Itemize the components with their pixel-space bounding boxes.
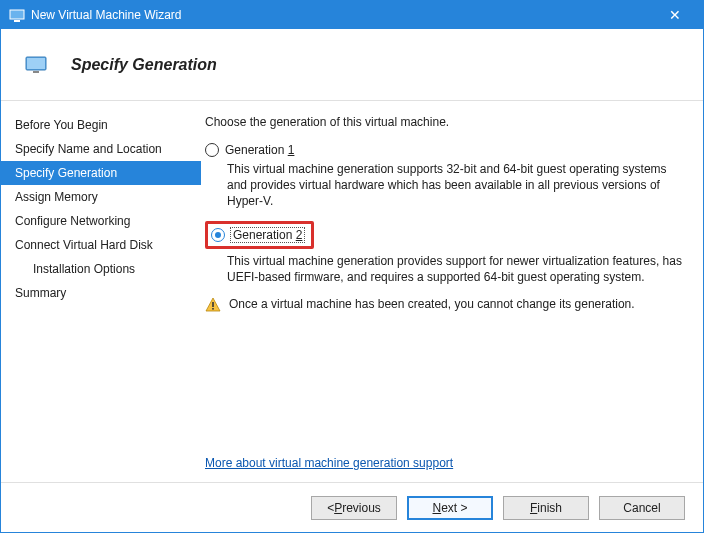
- next-button[interactable]: Next >: [407, 496, 493, 520]
- close-icon[interactable]: ✕: [655, 7, 695, 23]
- radio-generation-2[interactable]: Generation 2: [205, 221, 314, 249]
- content-pane: Choose the generation of this virtual ma…: [201, 101, 703, 482]
- sidebar-item-installation-options[interactable]: Installation Options: [1, 257, 201, 281]
- radio-icon: [205, 143, 219, 157]
- svg-rect-0: [10, 10, 24, 19]
- cancel-button[interactable]: Cancel: [599, 496, 685, 520]
- radio-label-gen2: Generation 2: [230, 227, 305, 243]
- sidebar-item-specify-name-and-location[interactable]: Specify Name and Location: [1, 137, 201, 161]
- sidebar: Before You BeginSpecify Name and Locatio…: [1, 101, 201, 482]
- warning-row: Once a virtual machine has been created,…: [205, 297, 685, 313]
- finish-button[interactable]: Finish: [503, 496, 589, 520]
- wizard-body: Before You BeginSpecify Name and Locatio…: [1, 101, 703, 482]
- gen2-description: This virtual machine generation provides…: [227, 253, 685, 285]
- wizard-footer: < Previous Next > Finish Cancel: [1, 482, 703, 532]
- window-title: New Virtual Machine Wizard: [31, 8, 655, 22]
- gen1-description: This virtual machine generation supports…: [227, 161, 685, 209]
- titlebar: New Virtual Machine Wizard ✕: [1, 1, 703, 29]
- wizard-header: Specify Generation: [1, 29, 703, 101]
- previous-button[interactable]: < Previous: [311, 496, 397, 520]
- sidebar-item-specify-generation[interactable]: Specify Generation: [1, 161, 201, 185]
- warning-text: Once a virtual machine has been created,…: [229, 297, 635, 311]
- help-link[interactable]: More about virtual machine generation su…: [205, 456, 453, 470]
- sidebar-item-configure-networking[interactable]: Configure Networking: [1, 209, 201, 233]
- svg-rect-4: [33, 71, 39, 73]
- sidebar-item-before-you-begin[interactable]: Before You Begin: [1, 113, 201, 137]
- app-icon: [9, 7, 25, 23]
- warning-icon: [205, 297, 221, 313]
- radio-label-gen1: Generation 1: [225, 143, 294, 157]
- page-title: Specify Generation: [71, 56, 217, 74]
- radio-generation-1[interactable]: Generation 1: [205, 143, 685, 157]
- svg-rect-5: [212, 302, 214, 307]
- instruction-text: Choose the generation of this virtual ma…: [205, 115, 685, 129]
- sidebar-item-summary[interactable]: Summary: [1, 281, 201, 305]
- svg-rect-1: [14, 20, 20, 22]
- sidebar-item-assign-memory[interactable]: Assign Memory: [1, 185, 201, 209]
- wizard-window: New Virtual Machine Wizard ✕ Specify Gen…: [0, 0, 704, 533]
- radio-icon: [211, 228, 225, 242]
- svg-rect-3: [27, 58, 45, 69]
- sidebar-item-connect-virtual-hard-disk[interactable]: Connect Virtual Hard Disk: [1, 233, 201, 257]
- help-link-row: More about virtual machine generation su…: [205, 456, 453, 470]
- svg-rect-6: [212, 308, 214, 310]
- monitor-icon: [25, 56, 47, 74]
